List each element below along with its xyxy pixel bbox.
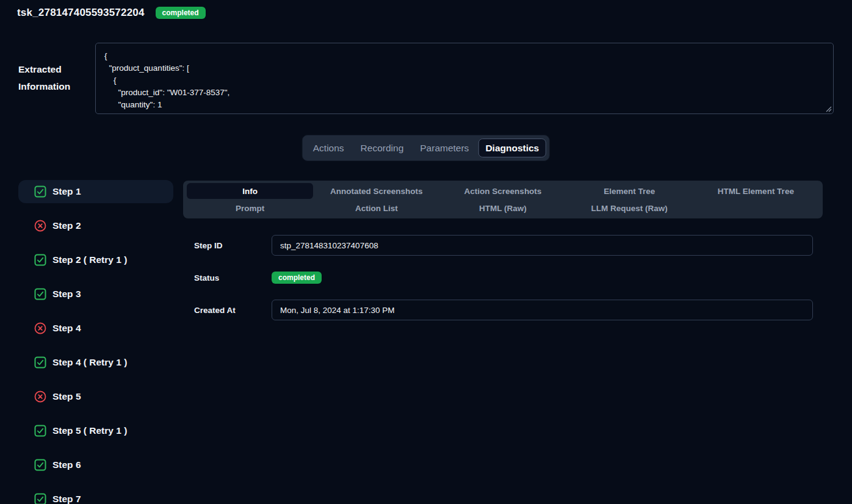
- created-at-input[interactable]: [272, 300, 813, 320]
- step-item-7[interactable]: Step 7: [18, 488, 173, 504]
- main-tabbar: Actions Recording Parameters Diagnostics: [302, 135, 550, 161]
- created-at-label: Created At: [183, 306, 272, 315]
- tab-parameters[interactable]: Parameters: [413, 139, 476, 157]
- extracted-info-label: Extracted Information: [18, 61, 70, 95]
- step-item-2-retry-1[interactable]: Step 2 ( Retry 1 ): [18, 248, 173, 272]
- field-row-created-at: Created At: [183, 300, 823, 320]
- step-label: Step 3: [52, 289, 81, 300]
- field-row-step-id: Step ID: [183, 235, 823, 256]
- task-id-title: tsk_278147405593572204: [17, 7, 145, 19]
- step-label: Step 5: [52, 391, 81, 402]
- subtab-action-screenshots[interactable]: Action Screenshots: [439, 183, 566, 199]
- step-item-5-retry-1[interactable]: Step 5 ( Retry 1 ): [18, 419, 173, 442]
- step-item-2[interactable]: Step 2: [18, 214, 173, 237]
- success-check-icon: [34, 425, 46, 437]
- step-status-badge: completed: [272, 272, 322, 284]
- subtab-html-raw[interactable]: HTML (Raw): [439, 200, 566, 216]
- step-label: Step 1: [52, 186, 81, 197]
- status-badge-wrap: completed: [272, 272, 823, 284]
- textarea-resize-handle-icon[interactable]: [826, 106, 832, 112]
- success-check-icon: [34, 493, 46, 504]
- tab-diagnostics[interactable]: Diagnostics: [478, 139, 546, 157]
- extracted-info-label-line1: Extracted: [18, 61, 70, 78]
- step-item-4-retry-1[interactable]: Step 4 ( Retry 1 ): [18, 351, 173, 374]
- step-id-input[interactable]: [272, 235, 813, 256]
- step-item-1[interactable]: Step 1: [18, 180, 173, 203]
- step-item-6[interactable]: Step 6: [18, 453, 173, 477]
- diagnostics-subtabs: Info Annotated Screenshots Action Screen…: [183, 181, 823, 218]
- extracted-info-container: { "product_quantities": [ { "product_id"…: [95, 43, 834, 114]
- subtab-action-list[interactable]: Action List: [313, 200, 439, 216]
- task-header: tsk_278147405593572204 completed: [17, 7, 206, 19]
- steps-sidebar: Step 1 Step 2 Step 2 ( Retry 1 ) Step 3 …: [18, 180, 173, 504]
- success-check-icon: [34, 288, 46, 300]
- subtab-annotated-screenshots[interactable]: Annotated Screenshots: [313, 183, 439, 199]
- tab-actions[interactable]: Actions: [306, 139, 352, 157]
- step-label: Step 6: [52, 459, 81, 470]
- subtab-element-tree[interactable]: Element Tree: [566, 183, 693, 199]
- error-x-icon: [34, 391, 46, 403]
- step-item-3[interactable]: Step 3: [18, 283, 173, 306]
- step-label: Step 5 ( Retry 1 ): [52, 425, 127, 436]
- extracted-info-textarea[interactable]: { "product_quantities": [ { "product_id"…: [95, 43, 834, 114]
- success-check-icon: [34, 185, 46, 198]
- error-x-icon: [34, 322, 46, 334]
- step-item-4[interactable]: Step 4: [18, 317, 173, 340]
- task-status-badge: completed: [156, 7, 206, 19]
- diagnostics-panel: Info Annotated Screenshots Action Screen…: [183, 181, 823, 332]
- subtab-prompt[interactable]: Prompt: [187, 200, 313, 216]
- success-check-icon: [34, 459, 46, 471]
- subtab-spacer: [693, 200, 819, 216]
- subtab-html-element-tree[interactable]: HTML Element Tree: [693, 183, 819, 199]
- step-label: Step 4 ( Retry 1 ): [52, 357, 127, 368]
- step-label: Step 7: [52, 494, 81, 504]
- error-x-icon: [34, 220, 46, 232]
- step-item-5[interactable]: Step 5: [18, 385, 173, 408]
- extracted-info-label-line2: Information: [18, 78, 70, 95]
- subtab-info[interactable]: Info: [187, 183, 313, 199]
- step-label: Step 2 ( Retry 1 ): [52, 254, 127, 265]
- success-check-icon: [34, 356, 46, 369]
- tab-recording[interactable]: Recording: [353, 139, 411, 157]
- field-row-status: Status completed: [183, 267, 823, 288]
- status-label: Status: [183, 273, 272, 283]
- info-fields: Step ID Status completed Created At: [183, 235, 823, 320]
- subtab-llm-request-raw[interactable]: LLM Request (Raw): [566, 200, 693, 216]
- step-id-label: Step ID: [183, 241, 272, 250]
- success-check-icon: [34, 254, 46, 266]
- step-label: Step 2: [52, 220, 81, 231]
- step-label: Step 4: [52, 323, 81, 334]
